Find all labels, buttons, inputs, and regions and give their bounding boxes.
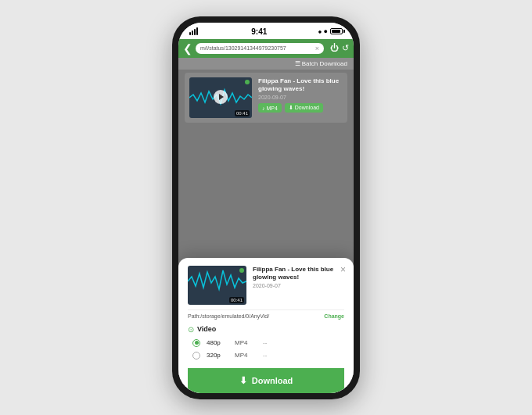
phone-frame: 9:41 ⬥ ● ❮ m/i/status/130291413449792307…	[172, 16, 360, 399]
time-display: 9:41	[251, 27, 267, 36]
browser-video-info: Filippa Fan - Love this blue glowing wav…	[258, 77, 343, 118]
radio-480p[interactable]	[192, 339, 200, 347]
batch-download-label[interactable]: ☰ Batch Download	[295, 60, 347, 67]
path-text: Path:/storage/emulated/0/AnyVid/	[188, 313, 269, 319]
format-header: ⊙ Video	[188, 325, 344, 334]
play-button[interactable]	[214, 90, 228, 104]
format-label: Video	[197, 325, 216, 333]
mp4-button[interactable]: ♪ MP4	[258, 103, 282, 113]
sheet-thumbnail: 00:41	[188, 266, 246, 305]
change-button[interactable]: Change	[324, 313, 344, 319]
sheet-close-icon[interactable]: ×	[340, 264, 346, 275]
bluetooth-icon: ⬥	[318, 27, 322, 35]
browser-video-date: 2020-09-07	[258, 95, 343, 100]
duration-badge: 00:41	[235, 110, 250, 116]
address-bar[interactable]: m/i/status/13029141344979230757 ×	[196, 43, 324, 54]
wifi-icon: ●	[324, 27, 328, 35]
radio-320p[interactable]	[192, 352, 200, 360]
type-320p: MP4	[235, 352, 257, 359]
phone-screen: 9:41 ⬥ ● ❮ m/i/status/130291413449792307…	[178, 23, 354, 393]
size-320p: --	[263, 352, 267, 359]
batch-download-bar: ☰ Batch Download	[178, 58, 354, 70]
bottom-sheet: × 00:41 Filippa Fan - Love this blue glo…	[178, 258, 354, 393]
sheet-video-row: 00:41 Filippa Fan - Love this blue glowi…	[188, 266, 344, 305]
sheet-download-button[interactable]: ⬇ Download	[188, 368, 344, 393]
format-row-320p[interactable]: 320p MP4 --	[188, 349, 344, 362]
back-button[interactable]: ❮	[183, 42, 192, 55]
sheet-video-info: Filippa Fan - Love this blue glowing wav…	[253, 266, 344, 305]
browser-video-card: 00:41 Filippa Fan - Love this blue glowi…	[185, 73, 347, 123]
sheet-video-date: 2020-09-07	[253, 283, 344, 288]
type-480p: MP4	[235, 339, 257, 346]
signal-icon	[189, 27, 198, 35]
download-label: Download	[252, 376, 293, 385]
format-section: ⊙ Video 480p MP4 --	[188, 322, 344, 365]
resolution-480p: 480p	[207, 339, 228, 346]
status-bar: 9:41 ⬥ ●	[178, 23, 354, 39]
battery-icon	[330, 28, 343, 34]
format-row-480p[interactable]: 480p MP4 --	[188, 337, 344, 349]
power-icon[interactable]: ⏻	[330, 43, 339, 53]
green-dot	[245, 80, 250, 84]
download-icon: ⬇	[239, 375, 247, 386]
resolution-320p: 320p	[207, 352, 228, 359]
browser-video-title: Filippa Fan - Love this blue glowing wav…	[258, 77, 343, 94]
address-bar-row: ❮ m/i/status/13029141344979230757 × ⏻ ↺	[178, 39, 354, 58]
refresh-icon[interactable]: ↺	[342, 43, 349, 53]
browser-content: ☰ Batch Download 00:41 Filippa Fan - Lov…	[178, 58, 354, 393]
sheet-green-dot	[239, 268, 244, 273]
sheet-waveform-svg	[188, 266, 246, 297]
video-format-icon: ⊙	[188, 325, 194, 334]
sheet-video-title: Filippa Fan - Love this blue glowing wav…	[253, 266, 344, 282]
size-480p: --	[263, 339, 267, 346]
path-row: Path:/storage/emulated/0/AnyVid/ Change	[188, 309, 344, 322]
url-text: m/i/status/13029141344979230757	[200, 45, 286, 51]
browser-video-thumbnail: 00:41	[189, 77, 252, 118]
download-button-card[interactable]: ⬇ Download	[285, 103, 323, 113]
sheet-duration: 00:41	[229, 297, 244, 303]
url-close-icon[interactable]: ×	[315, 45, 319, 52]
